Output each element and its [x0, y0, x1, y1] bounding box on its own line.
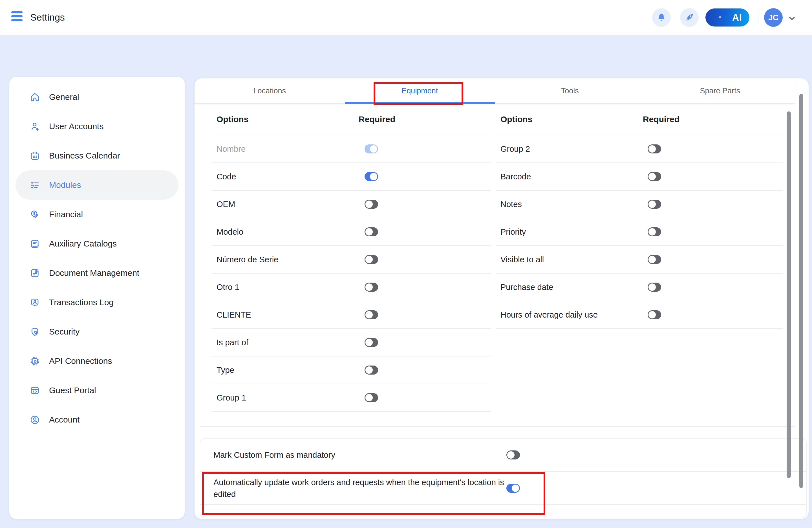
toggle-knob — [649, 201, 656, 208]
module-tabs: Locations Equipment Tools Spare Parts — [194, 79, 795, 104]
tab-tools[interactable]: Tools — [495, 79, 645, 103]
required-toggle[interactable] — [648, 310, 661, 319]
option-label: Priority — [496, 227, 526, 237]
required-toggle[interactable] — [365, 338, 378, 347]
settings-page: Settings ✦ AI JC — [0, 0, 812, 528]
sparkle-icon: ✦ — [718, 14, 722, 20]
sidebar-item-security[interactable]: Security — [9, 317, 185, 346]
bell-icon — [656, 12, 667, 23]
option-label: CLIENTE — [212, 310, 251, 319]
sidebar-item-business-calendar[interactable]: Business Calendar — [9, 141, 185, 170]
toggle-knob — [649, 173, 656, 180]
required-toggle[interactable] — [648, 227, 661, 237]
toggle-knob — [370, 145, 377, 153]
option-label: Número de Serie — [212, 255, 278, 264]
auto-update-toggle[interactable] — [506, 484, 520, 493]
option-label: Group 2 — [496, 144, 530, 154]
required-toggle[interactable] — [365, 283, 378, 291]
option-label: Modelo — [212, 227, 243, 237]
tab-locations[interactable]: Locations — [194, 79, 345, 103]
avatar-initials: JC — [768, 13, 779, 22]
option-row: Type — [212, 357, 491, 384]
option-row: Barcode — [496, 163, 783, 191]
ai-assistant-button[interactable]: ✦ AI — [706, 9, 750, 27]
required-toggle[interactable] — [648, 200, 661, 209]
launch-button[interactable] — [680, 8, 699, 27]
menu-hamburger-icon[interactable] — [11, 11, 23, 24]
sidebar-item-label: Account — [49, 415, 79, 425]
sidebar-item-guest-portal[interactable]: Guest Portal — [9, 376, 185, 405]
sub-header: Activación Fracttal - Español - 477 Save — [0, 35, 812, 77]
sidebar-item-general[interactable]: General — [9, 82, 185, 112]
sidebar-item-financial[interactable]: Financial — [9, 200, 185, 229]
mandatory-form-row: Mark Custom Form as mandatory — [200, 439, 806, 472]
header-divider — [758, 10, 758, 25]
option-row: Nombre — [212, 135, 491, 163]
required-toggle[interactable] — [365, 144, 378, 154]
module-settings-panel: Locations Equipment Tools Spare Parts Op… — [194, 79, 809, 519]
sidebar-item-auxiliary-catalogs[interactable]: Auxiliary Catalogs — [9, 229, 185, 258]
outer-scrollbar[interactable] — [799, 94, 803, 488]
sidebar-item-document-management[interactable]: Document Management — [9, 258, 185, 288]
sidebar-item-label: Auxiliary Catalogs — [49, 239, 117, 248]
toggle-knob — [365, 311, 373, 318]
sidebar-item-label: Security — [49, 327, 79, 337]
option-row: Group 1 — [212, 384, 491, 412]
option-row: Modelo — [212, 218, 491, 246]
required-toggle[interactable] — [365, 393, 378, 402]
toggle-knob — [649, 256, 656, 263]
required-toggle[interactable] — [365, 227, 378, 237]
required-toggle[interactable] — [365, 310, 378, 319]
option-row: Hours of average daily use — [496, 301, 783, 329]
toggle-knob — [365, 201, 373, 208]
tab-spare-parts[interactable]: Spare Parts — [645, 79, 795, 103]
notifications-button[interactable] — [652, 8, 671, 27]
ai-label: AI — [732, 12, 742, 23]
required-toggle[interactable] — [365, 200, 378, 209]
sidebar-item-label: Financial — [49, 210, 83, 219]
custom-form-settings-card: Mark Custom Form as mandatory Automatica… — [200, 438, 807, 518]
document-clock-icon — [30, 268, 40, 279]
required-toggle[interactable] — [648, 255, 661, 264]
required-toggle[interactable] — [365, 366, 378, 374]
required-toggle[interactable] — [648, 144, 661, 154]
rocket-icon — [684, 12, 695, 23]
option-row: OEM — [212, 191, 491, 218]
sidebar-item-account[interactable]: Account — [9, 405, 185, 434]
tab-equipment[interactable]: Equipment — [345, 79, 495, 103]
toggle-knob — [365, 256, 373, 263]
top-header: Settings ✦ AI JC — [0, 0, 812, 35]
options-header-right: Options — [501, 115, 532, 124]
option-row: Purchase date — [496, 274, 783, 301]
sidebar-item-label: User Accounts — [49, 122, 103, 131]
required-header-right: Required — [643, 115, 680, 124]
dollar-coin-icon — [30, 209, 40, 220]
mandatory-form-toggle[interactable] — [506, 451, 520, 459]
option-label: Visible to all — [496, 255, 544, 264]
user-avatar[interactable]: JC — [764, 8, 783, 27]
user-plus-icon — [30, 121, 40, 132]
required-toggle[interactable] — [648, 172, 661, 181]
sidebar-item-api-connections[interactable]: API Connections — [9, 346, 185, 376]
required-toggle[interactable] — [365, 255, 378, 264]
required-toggle[interactable] — [365, 172, 378, 181]
sidebar-item-label: API Connections — [49, 356, 112, 366]
option-label: Group 1 — [212, 393, 246, 402]
option-row: Notes — [496, 191, 783, 218]
required-toggle[interactable] — [648, 283, 661, 291]
chevron-down-icon[interactable] — [787, 14, 797, 23]
sidebar-item-label: Document Management — [49, 268, 139, 278]
equipment-options-left: Nombre Code OEM Modelo Número de Serie O… — [212, 135, 491, 412]
options-header-left: Options — [217, 115, 248, 124]
sidebar-item-transactions-log[interactable]: Transactions Log — [9, 288, 185, 317]
auto-update-row: Automatically update work orders and req… — [200, 472, 806, 505]
settings-sidebar: General User Accounts Business Calen — [9, 77, 185, 519]
sidebar-item-modules[interactable]: Modules — [15, 170, 178, 200]
option-row: Visible to all — [496, 246, 783, 274]
inner-scrollbar[interactable] — [787, 111, 791, 478]
setting-label: Automatically update work orders and req… — [214, 476, 521, 500]
option-label: Is part of — [212, 338, 248, 347]
calendar-icon — [30, 151, 40, 161]
sidebar-item-user-accounts[interactable]: User Accounts — [9, 112, 185, 141]
option-label: Barcode — [496, 172, 531, 181]
